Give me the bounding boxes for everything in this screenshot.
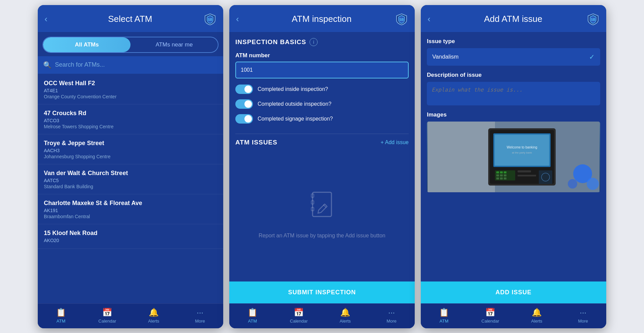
- svg-text:SB: SB: [591, 18, 595, 22]
- atm-name-1: 47 Croucks Rd: [44, 110, 217, 117]
- atm-name-2: Troye & Jeppe Street: [44, 140, 217, 147]
- alerts-nav-icon-1: 🔔: [149, 308, 159, 317]
- search-row: 🔍 Search for ATMs...: [38, 56, 223, 74]
- toggle-signage: Completed signage inspection?: [235, 114, 409, 124]
- atm-nav-icon-1: 📋: [56, 308, 66, 317]
- svg-text:Welcome to banking: Welcome to banking: [507, 145, 537, 149]
- atm-location-2: Johannesburg Shopping Centre: [44, 154, 217, 159]
- nav-calendar-label-2: Calendar: [290, 319, 308, 324]
- nav-alerts-2[interactable]: 🔔 Alerts: [333, 308, 357, 324]
- images-label: Images: [427, 111, 600, 118]
- svg-rect-24: [500, 177, 503, 179]
- chevron-down-icon: ✓: [589, 53, 595, 61]
- nav-more-3[interactable]: ··· More: [571, 308, 595, 324]
- back-button-1[interactable]: ‹: [45, 14, 57, 24]
- atm-location-1: Melrose Towers Shopping Centre: [44, 124, 217, 129]
- screen-add-issue: ‹ Add ATM issue SB Issue type Vandalism …: [421, 5, 606, 328]
- toggle-outside-switch[interactable]: [235, 99, 253, 109]
- empty-text: Report an ATM issue by tapping the Add i…: [259, 232, 385, 240]
- submit-inspection-button[interactable]: SUBMIT INSPECTION: [229, 281, 415, 303]
- add-issue-button[interactable]: + Add issue: [381, 139, 409, 145]
- nav-more-1[interactable]: ··· More: [188, 308, 212, 324]
- empty-issues-state: Report an ATM issue by tapping the Add i…: [235, 153, 409, 277]
- nav-alerts-1[interactable]: 🔔 Alerts: [142, 308, 166, 324]
- svg-text:at the party bank: at the party bank: [512, 151, 532, 154]
- nav-alerts-label-3: Alerts: [531, 319, 542, 324]
- header-1: ‹ Select ATM SB: [38, 5, 223, 32]
- logo-shield-2: SB: [395, 13, 408, 26]
- nav-atm-1[interactable]: 📋 ATM: [49, 308, 73, 324]
- nav-more-2[interactable]: ··· More: [380, 308, 403, 324]
- calendar-nav-icon-3: 📅: [485, 308, 495, 317]
- nav-atm-3[interactable]: 📋 ATM: [432, 308, 456, 324]
- svg-rect-2: [313, 192, 331, 217]
- atm-item-3[interactable]: Van der Walt & Church Street AATC5 Stand…: [38, 164, 223, 194]
- logo-shield-3: SB: [587, 13, 599, 26]
- search-input[interactable]: Search for ATMs...: [55, 61, 105, 68]
- atm-number-input[interactable]: [235, 62, 409, 78]
- atm-location-3: Standard Bank Building: [44, 184, 217, 189]
- toggle-signage-label: Completed signage inspection?: [258, 116, 333, 122]
- svg-rect-25: [504, 177, 506, 179]
- screen-select-atm: ‹ Select ATM SB All ATMs ATMs near me 🔍 …: [38, 5, 223, 328]
- svg-rect-18: [500, 171, 503, 173]
- header-2: ‹ ATM inspection SB: [229, 5, 415, 32]
- atm-item-0[interactable]: OCC West Hall F2 AT4E1 Orange County Con…: [38, 74, 223, 104]
- atm-item-5[interactable]: 15 Kloof Nek Road AKO20: [38, 224, 223, 249]
- add-issue-submit-button[interactable]: ADD ISSUE: [421, 281, 606, 303]
- back-button-2[interactable]: ‹: [236, 14, 248, 24]
- nav-calendar-1[interactable]: 📅 Calendar: [95, 308, 119, 324]
- tab-atms-near-me[interactable]: ATMs near me: [130, 37, 218, 52]
- nav-alerts-label-2: Alerts: [340, 319, 351, 324]
- svg-rect-23: [496, 177, 499, 179]
- info-icon[interactable]: i: [310, 38, 318, 46]
- atm-issues-header: ATM ISSUES + Add issue: [235, 139, 409, 146]
- inspection-section-header: INSPECTION BASICS i: [235, 38, 409, 46]
- nav-alerts-label-1: Alerts: [148, 319, 159, 324]
- screen-atm-inspection: ‹ ATM inspection SB INSPECTION BASICS i …: [229, 5, 415, 328]
- back-button-3[interactable]: ‹: [428, 14, 440, 24]
- screen2-content: INSPECTION BASICS i ATM number Completed…: [229, 32, 415, 303]
- tab-row: All ATMs ATMs near me: [42, 37, 218, 53]
- svg-rect-26: [518, 170, 531, 172]
- more-nav-icon-2: ···: [388, 308, 395, 317]
- description-input[interactable]: [427, 82, 600, 105]
- svg-rect-13: [495, 135, 549, 165]
- svg-rect-27: [518, 175, 536, 176]
- atm-item-1[interactable]: 47 Croucks Rd ATCO3 Melrose Towers Shopp…: [38, 104, 223, 134]
- atm-number-label: ATM number: [235, 52, 409, 59]
- issue-type-select[interactable]: Vandalism ✓: [427, 48, 600, 66]
- atm-name-3: Van der Walt & Church Street: [44, 170, 217, 177]
- alerts-nav-icon-3: 🔔: [532, 308, 542, 317]
- svg-rect-17: [496, 171, 499, 173]
- atm-name-5: 15 Kloof Nek Road: [44, 230, 217, 237]
- atm-item-2[interactable]: Troye & Jeppe Street AACH3 Johannesburg …: [38, 134, 223, 164]
- issue-type-value: Vandalism: [432, 54, 459, 60]
- toggle-inside-switch[interactable]: [235, 85, 253, 94]
- toggle-inside: Completed inside inspection?: [235, 85, 409, 94]
- nav-calendar-3[interactable]: 📅 Calendar: [478, 308, 502, 324]
- atm-location-0: Orange County Convention Center: [44, 94, 217, 99]
- svg-rect-20: [496, 174, 499, 176]
- calendar-nav-icon-1: 📅: [102, 308, 112, 317]
- svg-rect-19: [504, 171, 506, 173]
- nav-calendar-2[interactable]: 📅 Calendar: [287, 308, 311, 324]
- atm-item-4[interactable]: Charlotte Maxeke St & Floreat Ave AK191 …: [38, 194, 223, 224]
- toggle-outside-label: Completed outside inspection?: [258, 101, 331, 107]
- atm-code-2: AACH3: [44, 148, 217, 153]
- toggle-signage-switch[interactable]: [235, 114, 253, 124]
- atm-image: Welcome to banking at the party bank: [427, 122, 600, 192]
- tab-all-atms[interactable]: All ATMs: [43, 37, 130, 52]
- svg-rect-8: [428, 122, 495, 192]
- nav-alerts-3[interactable]: 🔔 Alerts: [525, 308, 549, 324]
- toggle-inside-label: Completed inside inspection?: [258, 86, 328, 92]
- atm-location-4: Braambomfan Central: [44, 214, 217, 219]
- atm-code-0: AT4E1: [44, 88, 217, 93]
- nav-atm-2[interactable]: 📋 ATM: [241, 308, 264, 324]
- atm-nav-icon-2: 📋: [247, 308, 258, 317]
- screen3-title: Add ATM issue: [440, 14, 587, 24]
- atm-code-3: AATC5: [44, 178, 217, 183]
- svg-rect-28: [539, 170, 552, 184]
- empty-notebook-icon: [309, 191, 335, 226]
- atm-nav-icon-3: 📋: [439, 308, 449, 317]
